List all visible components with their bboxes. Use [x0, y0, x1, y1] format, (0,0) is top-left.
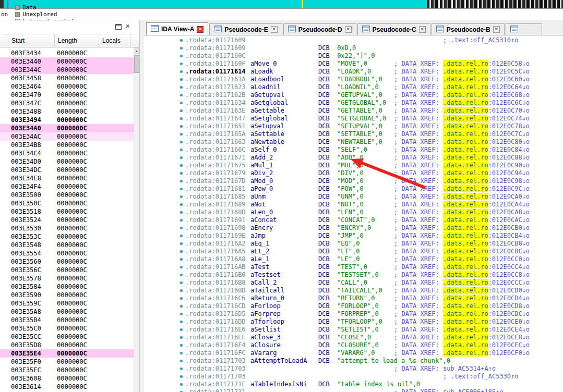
- listing-line[interactable]: .rodata:01171614aLoadkDCB "LOADK",0; DAT…: [144, 68, 563, 76]
- highlighted-xref-segment[interactable]: .data.rel.ro: [443, 130, 488, 138]
- xref-target-address[interactable]: :012E0C70↓o: [488, 107, 530, 114]
- symbol-name[interactable]: aUnm: [250, 193, 266, 201]
- address[interactable]: .rodata:0117165A: [185, 130, 246, 138]
- xref-comment[interactable]: ; DATA XREF: .data.rel.ro:012E0CD8↓o: [394, 302, 530, 310]
- xref-target-address[interactable]: :012E0CAC↓o: [488, 216, 530, 224]
- symbol-name[interactable]: aVararg: [250, 349, 277, 357]
- address[interactable]: .rodata:01171703: [185, 365, 246, 373]
- dcb-keyword[interactable]: DCB: [318, 91, 330, 99]
- xref-comment[interactable]: ; DATA XREF: .data.rel.ro:012E0CB8↓o: [394, 240, 530, 248]
- listing-line[interactable]: .rodata:011716B8aCall_2DCB "CALL",0; DAT…: [144, 279, 563, 287]
- tab-close-icon[interactable]: ✕: [419, 26, 426, 33]
- dcb-keyword[interactable]: DCB: [318, 52, 330, 59]
- xref-comment[interactable]: ; DATA XREF: .data.rel.ro:012E0C84↓o: [394, 146, 530, 154]
- highlighted-xref-segment[interactable]: .data.rel.ro: [443, 302, 488, 310]
- highlighted-xref-segment[interactable]: .data.rel.ro: [443, 68, 488, 75]
- address[interactable]: .rodata:01171675: [185, 162, 246, 169]
- xref-comment[interactable]: ; DATA XREF: .data.rel.ro:012E0C98↓o: [394, 177, 530, 185]
- close-panel-icon[interactable]: ✕: [124, 23, 131, 30]
- listing-line[interactable]: .rodata:01171691aConcatDCB "CONCAT",0; D…: [144, 216, 563, 224]
- listing-line[interactable]: .rodata:01171703; DATA XREF: sub_AC5314+…: [144, 365, 563, 373]
- table-row[interactable]: 003E35480000000C: [0, 241, 139, 249]
- highlighted-xref-segment[interactable]: .data.rel.ro: [443, 115, 488, 122]
- dcb-keyword[interactable]: DCB: [318, 287, 330, 294]
- address[interactable]: .rodata:0117162B: [185, 91, 246, 99]
- xref-comment[interactable]: ; DATA XREF: .data.rel.ro:012E0CBC↓o: [394, 248, 530, 255]
- table-row[interactable]: 003E35A80000000C: [0, 308, 139, 316]
- string-literal[interactable]: "CLOSE",0: [337, 334, 371, 341]
- string-literal[interactable]: "GETTABLE",0: [337, 107, 382, 114]
- table-row[interactable]: 003E35900000000C: [0, 291, 139, 299]
- listing-line[interactable]: .rodata:0117160CDCB 0x22,"]",0: [144, 52, 563, 60]
- dcb-keyword[interactable]: DCB: [318, 271, 330, 278]
- dcb-keyword[interactable]: DCB: [318, 216, 330, 224]
- listing-line[interactable]: .rodata:0117165AaSettableDCB "SETTABLE",…: [144, 130, 563, 138]
- symbol-name[interactable]: aLoadnil: [250, 83, 281, 91]
- symbol-name[interactable]: aClose_3: [250, 334, 281, 341]
- dcb-keyword[interactable]: DCB: [318, 326, 330, 333]
- symbol-name[interactable]: aNot: [250, 201, 266, 209]
- xref-comment[interactable]: ; DATA XREF: .data.rel.ro:012E0CA8↓o: [394, 209, 530, 216]
- xref-comment[interactable]: ; DATA XREF: .data.rel.ro:012E0C88↓o: [394, 154, 530, 162]
- tab-pseudocode-c[interactable]: Pseudocode-C✕: [357, 23, 430, 35]
- string-literal[interactable]: "MOVE",0: [337, 60, 367, 67]
- highlighted-xref-segment[interactable]: .data.rel.ro: [443, 201, 488, 208]
- listing-line[interactable]: .rodata:0117168DaLen_0DCB "LEN",0; DATA …: [144, 209, 563, 216]
- highlighted-xref-segment[interactable]: .data.rel.ro: [443, 341, 488, 349]
- xref-target-address[interactable]: :012E0CC8↓o: [488, 271, 530, 278]
- scrollbar-thumb[interactable]: [134, 55, 139, 73]
- table-row[interactable]: 003E34880000000C: [0, 107, 139, 116]
- address[interactable]: .rodata:01171685: [185, 193, 246, 201]
- xref-comment[interactable]: ; DATA XREF: .data.rel.ro:012E0CEC↓o: [394, 341, 530, 349]
- xref-target-address[interactable]: :012E0CD8↓o: [488, 302, 530, 310]
- highlighted-xref-segment[interactable]: .data.rel.ro: [443, 310, 488, 317]
- dcb-keyword[interactable]: DCB: [318, 60, 330, 67]
- table-row[interactable]: 003E35300000000C: [0, 224, 139, 232]
- dcb-keyword[interactable]: DCB: [318, 201, 330, 208]
- highlighted-xref-segment[interactable]: .data.rel.ro: [443, 287, 488, 294]
- xref-target-address[interactable]: :012E0CD4↓o: [488, 295, 530, 302]
- xref-comment[interactable]: ; DATA XREF: .data.rel.ro:012E0C70↓o: [394, 107, 530, 115]
- table-row[interactable]: 003E35180000000C: [0, 207, 139, 216]
- highlighted-xref-segment[interactable]: .data.rel.ro: [443, 248, 488, 255]
- column-header-clipped[interactable]: [0, 34, 8, 47]
- symbol-name[interactable]: aTforloop: [250, 318, 284, 326]
- dcb-keyword[interactable]: DCB: [318, 341, 330, 349]
- listing-line[interactable]: .rodata:01171647aSetglobalDCB "SETGLOBAL…: [144, 115, 563, 123]
- xref-target-address[interactable]: :012E0C98↓o: [488, 177, 530, 185]
- listing-line[interactable]: .rodata:0117163EaGettableDCB "GETTABLE",…: [144, 107, 563, 115]
- scrollbar-up-arrow[interactable]: ▲: [134, 47, 139, 54]
- string-literal[interactable]: "MOD",0: [337, 177, 364, 185]
- dcb-keyword[interactable]: DCB: [318, 44, 330, 52]
- symbol-name[interactable]: aJmp: [250, 232, 266, 240]
- xref-target-address[interactable]: :012E0CC0↓o: [488, 255, 530, 263]
- dcb-keyword[interactable]: DCB: [318, 146, 330, 153]
- address[interactable]: .rodata:011716B0: [185, 271, 246, 279]
- address[interactable]: .rodata:0117171E: [185, 381, 246, 388]
- dcb-keyword[interactable]: DCB: [318, 83, 330, 91]
- address[interactable]: .rodata:01171663: [185, 138, 246, 146]
- xref-comment[interactable]: ; DATA XREF: .data.rel.ro:012E0C78↓o: [394, 123, 530, 130]
- address[interactable]: .rodata:01171681: [185, 185, 246, 193]
- highlighted-xref-segment[interactable]: .data.rel.ro: [443, 318, 488, 325]
- dcb-keyword[interactable]: DCB: [318, 357, 330, 364]
- string-literal[interactable]: "FORLOOP",0: [337, 302, 378, 310]
- symbol-name[interactable]: aPow_0: [250, 185, 273, 193]
- table-row[interactable]: 003E34D00000000C: [0, 157, 139, 166]
- xref-target-address[interactable]: :012E0C94↓o: [488, 169, 530, 177]
- xref-comment[interactable]: ; DATA XREF: .data.rel.ro:012E0C80↓o: [394, 138, 530, 146]
- highlighted-xref-segment[interactable]: .data.rel.ro: [443, 99, 488, 106]
- highlighted-xref-segment[interactable]: .data.rel.ro: [443, 169, 488, 177]
- symbol-name[interactable]: aReturn_0: [250, 295, 284, 302]
- symbol-name[interactable]: aLoadk: [250, 68, 273, 76]
- xref-comment[interactable]: ; DATA XREF: .data.rel.ro:012E0CB0↓o: [394, 224, 530, 232]
- xref-target-address[interactable]: :012E0C7C↓o: [488, 130, 530, 138]
- string-literal[interactable]: "NOT",0: [337, 201, 364, 208]
- string-literal[interactable]: "CALL",0: [337, 279, 367, 286]
- listing-line[interactable]: .rodata:01171675aMul_1DCB "MUL",0; DATA …: [144, 162, 563, 169]
- navigation-band[interactable]: [0, 0, 563, 9]
- table-row[interactable]: 003E34C40000000C: [0, 149, 139, 157]
- listing-line[interactable]: .rodata:011716EEaClose_3DCB "CLOSE",0; D…: [144, 334, 563, 341]
- table-row[interactable]: 003E35B40000000C: [0, 316, 139, 324]
- highlighted-xref-segment[interactable]: .data.rel.ro: [443, 263, 488, 271]
